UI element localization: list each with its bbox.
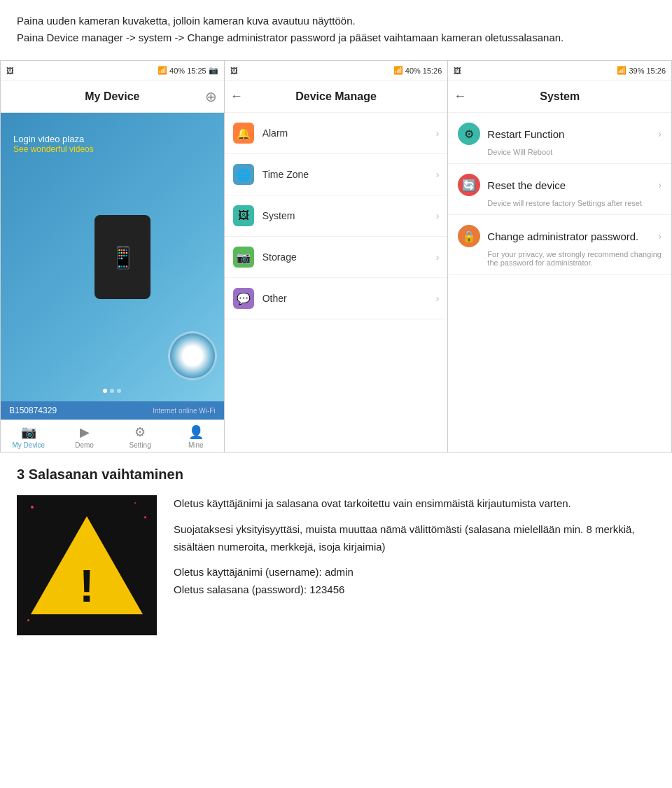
- panel1-title: My Device: [85, 90, 139, 103]
- menu-system[interactable]: 🖼 System ›: [225, 195, 448, 237]
- menu-other[interactable]: 💬 Other ›: [225, 278, 448, 319]
- panel1-header: My Device ⊕: [1, 81, 224, 113]
- timezone-icon: 🌐: [233, 164, 254, 185]
- system-label: System: [262, 210, 428, 221]
- device-id: B150874329: [9, 406, 57, 415]
- panel2-title: Device Manage: [295, 90, 377, 103]
- bottom-para-3: Oletus käyttäjänimi (username): admin Ol…: [174, 564, 655, 599]
- status-right-3: 📶 39% 15:26: [617, 66, 666, 75]
- timezone-chevron: ›: [436, 169, 440, 180]
- reset-chevron: ›: [658, 179, 662, 191]
- star-3: [27, 619, 29, 621]
- other-icon: 💬: [233, 288, 254, 309]
- storage-chevron: ›: [436, 251, 440, 263]
- timezone-label: Time Zone: [262, 169, 428, 180]
- camera-circle: [168, 331, 217, 380]
- status-bar-3: 🖼 📶 39% 15:26: [448, 61, 671, 81]
- status-bar-2: 🖼 📶 40% 15:26: [225, 61, 448, 81]
- status-right-2: 📶 40% 15:26: [393, 66, 442, 75]
- system-content: ⚙ Restart Function › Device Will Reboot …: [448, 113, 671, 452]
- warning-image: !: [17, 495, 157, 635]
- menu-alarm[interactable]: 🔔 Alarm ›: [225, 113, 448, 154]
- nav-icon-demo: ▶: [80, 424, 90, 440]
- nav-setting[interactable]: ⚙ Setting: [112, 424, 168, 449]
- cam-icon-1: 📷: [209, 66, 218, 75]
- screenshot-icon-3: 🖼: [454, 67, 461, 75]
- panel1-content: Login video plaza See wonderful videos 📱…: [1, 113, 224, 420]
- alarm-chevron: ›: [436, 127, 440, 139]
- panel-system: 🖼 📶 39% 15:26 ← System ⚙ Restart Functio…: [448, 61, 671, 452]
- nav-label-setting: Setting: [130, 441, 151, 449]
- dot-3: [117, 389, 121, 393]
- storage-label: Storage: [262, 251, 428, 263]
- system-change-password[interactable]: 🔒 Change administrator password. › For y…: [448, 215, 671, 275]
- nav-icon-setting: ⚙: [134, 424, 146, 440]
- add-icon-1[interactable]: ⊕: [205, 88, 217, 105]
- password-label: Oletus salasana (password):: [174, 583, 307, 595]
- banner-login: Login video plaza: [13, 134, 94, 144]
- restart-sub: Device Will Reboot: [458, 148, 662, 156]
- wifi-icon-3: 📶: [617, 66, 626, 75]
- status-left-3: 🖼: [454, 67, 461, 75]
- password-title: Change administrator password.: [487, 230, 651, 242]
- system-chevron: ›: [436, 210, 440, 221]
- nav-label-device: My Device: [12, 441, 45, 449]
- battery-3: 39%: [629, 67, 644, 75]
- phone-mockup: 📱: [94, 215, 150, 299]
- battery-1: 40%: [169, 67, 185, 75]
- restart-header: ⚙ Restart Function ›: [458, 123, 662, 145]
- banner-see: See wonderful videos: [13, 144, 94, 154]
- other-label: Other: [262, 293, 428, 304]
- screenshots-container: 🖼 📶 40% 15:25 📷 My Device ⊕ Login video …: [0, 60, 672, 452]
- device-manage-menu: 🔔 Alarm › 🌐 Time Zone › 🖼 System › 📷 Sto…: [225, 113, 448, 452]
- password-icon: 🔒: [458, 225, 480, 247]
- username-label: Oletus käyttäjänimi (username):: [174, 566, 322, 578]
- nav-mine[interactable]: 👤 Mine: [168, 424, 224, 449]
- panel2-header: ← Device Manage: [225, 81, 448, 113]
- time-1: 15:25: [187, 67, 206, 75]
- alarm-icon: 🔔: [233, 123, 254, 144]
- system-restart[interactable]: ⚙ Restart Function › Device Will Reboot: [448, 113, 671, 164]
- wifi-label: Internet online Wi-Fi: [153, 407, 215, 415]
- dot-1: [103, 389, 107, 393]
- wifi-icon-2: 📶: [393, 66, 403, 75]
- battery-2: 40%: [405, 67, 421, 75]
- nav-demo[interactable]: ▶ Demo: [57, 424, 113, 449]
- intro-line2: Paina Device manager -> system -> Change…: [17, 29, 655, 46]
- restart-chevron: ›: [658, 128, 662, 139]
- status-bar-1: 🖼 📶 40% 15:25 📷: [1, 61, 224, 81]
- bottom-text-block: Oletus käyttäjänimi ja salasana ovat tar…: [174, 495, 655, 607]
- nav-icon-device: 📷: [21, 424, 36, 440]
- password-sub: For your privacy, we strongly recommend …: [458, 250, 662, 267]
- screenshot-icon-1: 🖼: [6, 67, 14, 75]
- screenshot-icon-2: 🖼: [230, 67, 238, 75]
- panel-device-manage: 🖼 📶 40% 15:26 ← Device Manage 🔔 Alarm › …: [225, 61, 449, 452]
- password-chevron: ›: [658, 230, 662, 242]
- system-reset[interactable]: 🔄 Reset the device › Device will restore…: [448, 164, 671, 215]
- star-2: [144, 516, 146, 518]
- restart-title: Restart Function: [487, 128, 651, 140]
- nav-my-device[interactable]: 📷 My Device: [1, 424, 57, 449]
- banner-text: Login video plaza See wonderful videos: [13, 134, 94, 154]
- reset-icon: 🔄: [458, 174, 480, 196]
- panel3-title: System: [540, 90, 580, 103]
- panel-my-device: 🖼 📶 40% 15:25 📷 My Device ⊕ Login video …: [1, 61, 225, 452]
- menu-timezone[interactable]: 🌐 Time Zone ›: [225, 154, 448, 195]
- bottom-para-2: Suojataksesi yksityisyyttäsi, muista muu…: [174, 521, 655, 556]
- back-icon-3[interactable]: ←: [454, 89, 466, 104]
- other-chevron: ›: [436, 293, 440, 304]
- warning-exclamation: !: [79, 564, 94, 609]
- section-title: 3 Salasanan vaihtaminen: [17, 466, 655, 483]
- menu-storage[interactable]: 📷 Storage ›: [225, 237, 448, 278]
- time-2: 15:26: [423, 67, 442, 75]
- username-value: admin: [325, 566, 354, 578]
- triangle-container: !: [31, 516, 143, 614]
- status-left-1: 🖼: [6, 67, 14, 75]
- panel3-header: ← System: [448, 81, 671, 113]
- phone-icon: 📱: [110, 245, 136, 270]
- status-right-1: 📶 40% 15:25 📷: [158, 66, 218, 75]
- back-icon-2[interactable]: ←: [230, 89, 243, 104]
- nav-label-demo: Demo: [75, 441, 94, 449]
- reset-header: 🔄 Reset the device ›: [458, 174, 662, 196]
- system-icon: 🖼: [233, 205, 254, 226]
